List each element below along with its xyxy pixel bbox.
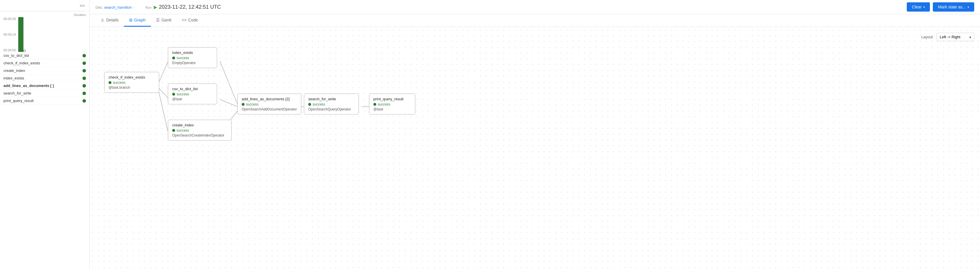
tabs: ⚠ Details ⊞ Graph ☰ Gantt <> Code [90, 14, 980, 27]
task-name: create_index [3, 69, 25, 73]
duration-header: Duration [0, 11, 89, 17]
task-item[interactable]: add_lines_as_documents [ ] [0, 82, 89, 90]
task-item[interactable]: index_exists [0, 75, 89, 82]
task-item[interactable]: check_if_index_exists [0, 59, 89, 67]
dag-graph-container: check_if_index_exists success @task.bran… [90, 27, 980, 269]
run-value: ▶ 2023-11-22, 12:42:51 UTC [154, 4, 221, 10]
node-index-exists[interactable]: index_exists success EmptyOperator [168, 47, 217, 68]
dag-name-link[interactable]: search_hamilton [104, 5, 132, 10]
tab-details-label: Details [106, 18, 119, 22]
node-check-if-index-exists[interactable]: check_if_index_exists success @task.bran… [104, 72, 159, 93]
task-list: csv_to_dict_listcheck_if_index_existscre… [0, 52, 89, 269]
status-dot [83, 91, 86, 95]
breadcrumb-sep: / [134, 5, 135, 10]
node-title: print_query_result [373, 97, 411, 101]
collapse-sidebar-button[interactable]: «» [78, 2, 86, 9]
sidebar: «» Duration 00:00:28 00:00:14 00:00:00 c… [0, 0, 90, 269]
node-type: OpenSearchAddDocumentOperator [242, 107, 297, 111]
graph-area: Layout: Left -> Right Top -> Bottom [90, 27, 980, 269]
task-item[interactable]: create_index [0, 67, 89, 75]
node-add-lines-as-documents[interactable]: add_lines_as_documents [2] success OpenS… [237, 94, 301, 115]
node-status: success [108, 80, 155, 85]
node-title: create_index [172, 123, 227, 127]
layout-label: Layout: [921, 35, 934, 39]
details-icon: ⚠ [101, 18, 105, 22]
task-name: add_lines_as_documents [ ] [3, 83, 54, 88]
run-info: Run ▶ 2023-11-22, 12:42:51 UTC [146, 4, 221, 10]
status-dot [172, 56, 175, 59]
code-icon: <> [182, 18, 186, 22]
node-status: success [172, 128, 227, 133]
app-container: «» Duration 00:00:28 00:00:14 00:00:00 c… [0, 0, 980, 269]
task-name: search_for_write [3, 91, 31, 95]
gantt-icon: ☰ [156, 18, 160, 22]
task-name: index_exists [3, 76, 24, 80]
duration-bar-area: 00:00:28 00:00:14 00:00:00 [0, 17, 89, 52]
status-dot [83, 61, 86, 65]
status-dot [172, 93, 175, 96]
duration-bar [18, 17, 24, 52]
duration-label: Duration [74, 13, 86, 16]
node-search-for-write[interactable]: search_for_write success OpenSearchQuery… [304, 94, 359, 115]
clear-label: Clear [912, 5, 921, 9]
mark-state-button[interactable]: Mark state as... ▾ [933, 2, 974, 11]
tab-gantt[interactable]: ☰ Gantt [151, 14, 177, 27]
task-item[interactable]: csv_to_dict_list [0, 52, 89, 59]
node-type: @task.branch [108, 85, 155, 90]
node-status: success [242, 102, 297, 106]
status-dot [83, 54, 86, 58]
node-status: success [172, 56, 213, 60]
node-title: index_exists [172, 50, 213, 55]
status-dot [83, 99, 86, 102]
node-status: success [172, 92, 213, 96]
top-bar: DAG search_hamilton / Run ▶ 2023-11-22, … [90, 0, 980, 14]
play-icon: ▶ [154, 4, 157, 10]
node-csv-to-dict-list[interactable]: csv_to_dict_list success @task [168, 83, 217, 104]
tab-graph[interactable]: ⊞ Graph [124, 14, 151, 27]
node-title: check_if_index_exists [108, 75, 155, 79]
node-type: EmptyOperator [172, 61, 213, 65]
status-dot [308, 103, 311, 106]
clear-caret-icon: ▾ [923, 5, 925, 9]
time-label-bot: 00:00:00 [3, 48, 16, 52]
clear-button[interactable]: Clear ▾ [907, 2, 930, 11]
status-dot [373, 103, 376, 106]
node-title: search_for_write [308, 97, 355, 101]
status-dot [83, 69, 86, 72]
main-content: DAG search_hamilton / Run ▶ 2023-11-22, … [90, 0, 980, 269]
task-item[interactable]: search_for_write [0, 90, 89, 97]
status-dot [242, 103, 245, 106]
run-datetime: 2023-11-22, 12:42:51 UTC [159, 4, 221, 10]
node-type: OpenSearchCreateIndexOperator [172, 133, 227, 138]
status-dot [172, 129, 175, 132]
layout-select-wrapper: Left -> Right Top -> Bottom [937, 33, 974, 41]
time-label-mid: 00:00:14 [3, 33, 16, 36]
task-item[interactable]: print_query_result [0, 97, 89, 105]
node-type: @task [172, 97, 213, 101]
node-title: csv_to_dict_list [172, 86, 213, 91]
layout-select[interactable]: Left -> Right Top -> Bottom [937, 33, 974, 41]
tab-code-label: Code [188, 18, 198, 22]
node-status: success [373, 102, 411, 106]
node-title: add_lines_as_documents [2] [242, 97, 297, 101]
node-create-index[interactable]: create_index success OpenSearchCreateInd… [168, 120, 232, 141]
tab-graph-label: Graph [134, 18, 146, 22]
status-dot [83, 77, 86, 80]
sidebar-header: «» [0, 0, 89, 11]
node-type: OpenSearchQueryOperator [308, 107, 355, 111]
graph-icon: ⊞ [129, 18, 132, 22]
tab-details[interactable]: ⚠ Details [95, 14, 124, 27]
tab-code[interactable]: <> Code [177, 14, 203, 27]
time-label-top: 00:00:28 [3, 17, 16, 21]
tab-gantt-label: Gantt [162, 18, 171, 22]
layout-selector: Layout: Left -> Right Top -> Bottom [921, 33, 974, 41]
dag-label: DAG [95, 6, 102, 9]
edges-svg [90, 27, 980, 269]
node-print-query-result[interactable]: print_query_result success @task [369, 94, 415, 115]
task-name: check_if_index_exists [3, 61, 40, 65]
mark-state-caret-icon: ▾ [967, 5, 969, 9]
mark-state-label: Mark state as... [938, 5, 966, 9]
task-name: print_query_result [3, 99, 33, 103]
task-name: csv_to_dict_list [3, 53, 29, 58]
status-dot [108, 81, 111, 84]
